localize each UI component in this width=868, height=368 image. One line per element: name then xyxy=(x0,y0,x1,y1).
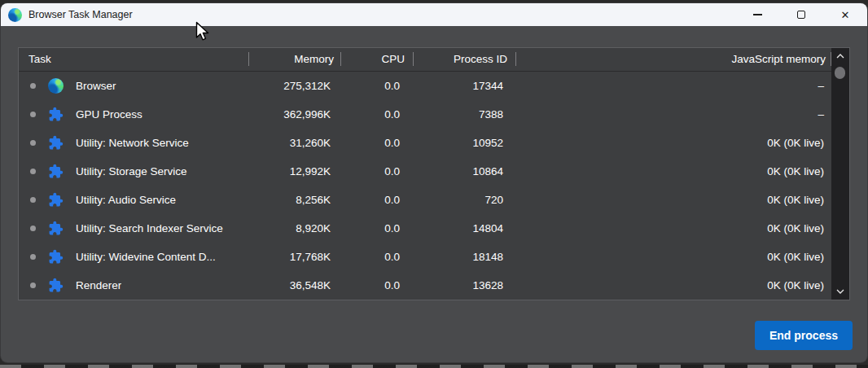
edge-icon xyxy=(48,78,64,94)
task-cell: Renderer xyxy=(19,271,249,300)
chevron-down-icon xyxy=(836,289,844,294)
memory-value: 17,768K xyxy=(249,251,341,263)
memory-value: 275,312K xyxy=(249,80,341,92)
js-memory-value: 0K (0K live) xyxy=(516,279,831,291)
table-row[interactable]: GPU Process 362,996K 0.0 7388 – xyxy=(19,100,831,129)
table-rows: Browser 275,312K 0.0 17344 – GPU Process… xyxy=(19,72,831,300)
process-id-value: 720 xyxy=(414,194,516,206)
scroll-up-button[interactable] xyxy=(831,48,849,64)
process-status-dot xyxy=(30,83,36,89)
window-controls: ✕ xyxy=(735,3,867,26)
process-id-value: 17344 xyxy=(414,80,516,92)
edge-app-icon xyxy=(8,8,22,22)
extension-icon xyxy=(48,221,64,236)
column-header-process-id[interactable]: Process ID xyxy=(414,48,516,71)
task-cell: GPU Process xyxy=(19,100,249,129)
js-memory-value: – xyxy=(516,80,831,92)
extension-icon xyxy=(48,107,64,122)
table-row[interactable]: Utility: Widevine Content D... 17,768K 0… xyxy=(19,243,831,271)
cpu-value: 0.0 xyxy=(341,165,414,177)
js-memory-value: 0K (0K live) xyxy=(516,251,831,263)
column-header-memory[interactable]: Memory xyxy=(249,48,341,71)
process-id-value: 10864 xyxy=(414,165,516,177)
chevron-up-icon xyxy=(836,54,844,59)
process-id-value: 14804 xyxy=(414,222,516,234)
task-name: GPU Process xyxy=(76,108,142,120)
scrollbar-thumb[interactable] xyxy=(835,67,845,79)
task-cell: Utility: Widevine Content D... xyxy=(19,243,249,271)
process-table: Task Memory CPU Process ID JavaScript me… xyxy=(18,47,850,300)
cpu-value: 0.0 xyxy=(341,222,414,234)
process-id-value: 7388 xyxy=(414,108,516,120)
task-cell: Utility: Network Service xyxy=(19,129,249,157)
task-name: Utility: Audio Service xyxy=(76,194,176,206)
table-row[interactable]: Utility: Audio Service 8,256K 0.0 720 0K… xyxy=(19,186,831,214)
end-process-button[interactable]: End process xyxy=(755,321,853,350)
screen: Browser Task Manager ✕ Task Memory CPU P… xyxy=(0,0,868,368)
extension-icon xyxy=(48,249,64,265)
memory-value: 8,256K xyxy=(249,194,341,206)
task-cell: Utility: Storage Service xyxy=(19,157,249,186)
column-header-cpu[interactable]: CPU xyxy=(341,48,414,71)
process-status-dot xyxy=(30,283,36,288)
task-name: Utility: Network Service xyxy=(76,137,189,149)
table-row[interactable]: Utility: Search Indexer Service 8,920K 0… xyxy=(19,214,831,243)
task-cell: Utility: Audio Service xyxy=(19,186,249,214)
cpu-value: 0.0 xyxy=(341,194,414,206)
window-bottom-edge xyxy=(0,365,868,368)
js-memory-value: – xyxy=(516,108,831,120)
minimize-button[interactable] xyxy=(735,3,779,26)
table-header: Task Memory CPU Process ID JavaScript me… xyxy=(19,48,831,72)
column-header-js-memory[interactable]: JavaScript memory xyxy=(516,48,831,71)
js-memory-value: 0K (0K live) xyxy=(516,194,831,206)
close-button[interactable]: ✕ xyxy=(823,3,867,26)
vertical-scrollbar[interactable] xyxy=(831,48,849,300)
extension-icon xyxy=(48,135,64,151)
extension-icon xyxy=(48,164,64,179)
process-status-dot xyxy=(30,140,36,146)
table-row[interactable]: Utility: Network Service 31,260K 0.0 109… xyxy=(19,129,831,157)
memory-value: 36,548K xyxy=(249,279,341,291)
process-id-value: 18148 xyxy=(414,251,516,263)
maximize-button[interactable] xyxy=(779,3,823,26)
js-memory-value: 0K (0K live) xyxy=(516,222,831,234)
table-row[interactable]: Browser 275,312K 0.0 17344 – xyxy=(19,72,831,100)
process-status-dot xyxy=(30,197,36,203)
task-cell: Utility: Search Indexer Service xyxy=(19,214,249,243)
scroll-down-button[interactable] xyxy=(831,283,849,300)
process-status-dot xyxy=(30,226,36,231)
close-icon: ✕ xyxy=(841,10,850,20)
cpu-value: 0.0 xyxy=(341,108,414,120)
task-cell: Browser xyxy=(19,72,249,100)
titlebar[interactable]: Browser Task Manager ✕ xyxy=(1,3,867,26)
table-row[interactable]: Renderer 36,548K 0.0 13628 0K (0K live) xyxy=(19,271,831,300)
memory-value: 12,992K xyxy=(249,165,341,177)
column-header-task[interactable]: Task xyxy=(19,48,249,71)
process-id-value: 13628 xyxy=(414,279,516,291)
task-name: Browser xyxy=(76,80,116,92)
browser-task-manager-window: Browser Task Manager ✕ Task Memory CPU P… xyxy=(1,3,867,362)
memory-value: 8,920K xyxy=(249,222,341,234)
process-status-dot xyxy=(30,112,36,117)
process-table-body: Task Memory CPU Process ID JavaScript me… xyxy=(19,48,831,300)
cpu-value: 0.0 xyxy=(341,137,414,149)
table-row[interactable]: Utility: Storage Service 12,992K 0.0 108… xyxy=(19,157,831,186)
cpu-value: 0.0 xyxy=(341,279,414,291)
process-status-dot xyxy=(30,254,36,260)
task-name: Renderer xyxy=(76,279,121,291)
process-id-value: 10952 xyxy=(414,137,516,149)
js-memory-value: 0K (0K live) xyxy=(516,137,831,149)
maximize-icon xyxy=(797,11,805,19)
cpu-value: 0.0 xyxy=(341,80,414,92)
memory-value: 31,260K xyxy=(249,137,341,149)
extension-icon xyxy=(48,278,64,293)
cpu-value: 0.0 xyxy=(341,251,414,263)
memory-value: 362,996K xyxy=(249,108,341,120)
minimize-icon xyxy=(753,14,762,15)
task-name: Utility: Storage Service xyxy=(76,165,187,177)
process-status-dot xyxy=(30,169,36,174)
task-name: Utility: Widevine Content D... xyxy=(76,251,216,263)
js-memory-value: 0K (0K live) xyxy=(516,165,831,177)
extension-icon xyxy=(48,192,64,208)
window-title: Browser Task Manager xyxy=(28,9,133,20)
